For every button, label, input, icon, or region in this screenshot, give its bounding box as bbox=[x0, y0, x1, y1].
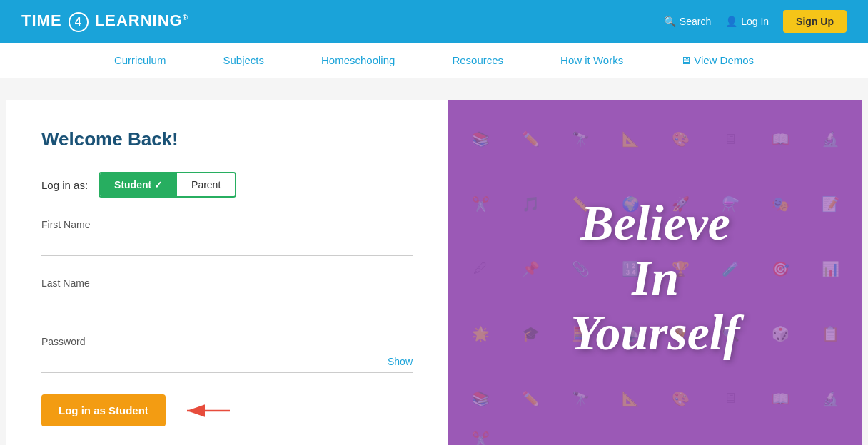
panel-icon-cell: ✂️ bbox=[455, 431, 505, 445]
panel-icon-cell: 🔬 bbox=[805, 107, 855, 172]
panel-icon-cell: 🎓 bbox=[505, 301, 555, 366]
login-as-row: Log in as: Student ✓ Parent bbox=[41, 172, 413, 198]
panel-icon-cell: 📋 bbox=[805, 301, 855, 366]
login-toggle: Student ✓ Parent bbox=[99, 172, 236, 198]
image-panel: 📚✏️🔭📐🎨🖥📖🔬✂️🎵📏🌍🚀⚗️🎭📝🖊📌📎🔢🏆🧪🎯📊🌟🎓🧮📡💡🔍🎲📋📚✏️🔭📐… bbox=[448, 100, 862, 445]
homeschooling-label: Homeschooling bbox=[321, 54, 395, 66]
sidebar-item-curriculum[interactable]: Curriculum bbox=[114, 54, 166, 66]
sidebar-item-subjects[interactable]: Subjects bbox=[223, 54, 264, 66]
password-row: Show bbox=[41, 352, 413, 373]
panel-icon-cell: 🎨 bbox=[655, 366, 705, 431]
search-label: Search bbox=[680, 16, 711, 27]
arrow-indicator bbox=[180, 400, 237, 421]
header-right: 🔍 Search 👤 Log In Sign Up bbox=[664, 10, 847, 33]
panel-icon-cell: 🎭 bbox=[755, 172, 805, 237]
resources-label: Resources bbox=[452, 54, 503, 66]
password-input[interactable] bbox=[41, 352, 413, 373]
sidebar-item-view-demos[interactable]: 🖥 View Demos bbox=[680, 54, 754, 66]
sidebar-item-how-it-works[interactable]: How it Works bbox=[560, 54, 623, 66]
how-it-works-label: How it Works bbox=[560, 54, 623, 66]
sidebar-item-resources[interactable]: Resources bbox=[452, 54, 503, 66]
student-toggle-button[interactable]: Student ✓ bbox=[100, 173, 177, 196]
subjects-label: Subjects bbox=[223, 54, 264, 66]
first-name-input[interactable] bbox=[41, 235, 413, 256]
login-as-label: Log in as: bbox=[41, 179, 88, 191]
panel-icon-cell: 📐 bbox=[605, 107, 655, 172]
panel-icon-cell: 🎯 bbox=[755, 237, 805, 302]
panel-icon-cell: 🎵 bbox=[505, 172, 555, 237]
curriculum-label: Curriculum bbox=[114, 54, 166, 66]
password-label: Password bbox=[41, 336, 413, 347]
search-button[interactable]: 🔍 Search bbox=[664, 16, 711, 27]
panel-icon-cell: ✏️ bbox=[505, 366, 555, 431]
panel-icon-cell: 🔭 bbox=[555, 107, 605, 172]
user-icon: 👤 bbox=[725, 16, 737, 27]
panel-icon-cell: 📖 bbox=[755, 107, 805, 172]
login-label: Log In bbox=[741, 16, 769, 27]
signup-button[interactable]: Sign Up bbox=[783, 10, 847, 33]
panel-icon-cell: 🖥 bbox=[705, 107, 755, 172]
nav: Curriculum Subjects Homeschooling Resour… bbox=[0, 43, 868, 78]
logo-text: TIME 4 LEARNING® bbox=[21, 11, 188, 32]
panel-icon-cell: ✏️ bbox=[505, 107, 555, 172]
believe-line1: Believe bbox=[570, 195, 740, 250]
panel-icon-cell: 📌 bbox=[505, 237, 555, 302]
panel-icon-cell: 📖 bbox=[755, 366, 805, 431]
logo: TIME 4 LEARNING® bbox=[21, 11, 188, 32]
panel-icon-cell: 📝 bbox=[805, 172, 855, 237]
login-student-button[interactable]: Log in as Student bbox=[41, 394, 166, 426]
login-button[interactable]: 👤 Log In bbox=[725, 16, 769, 27]
panel-icon-cell: 📚 bbox=[455, 107, 505, 172]
panel-icon-cell: 📐 bbox=[605, 366, 655, 431]
search-icon: 🔍 bbox=[664, 16, 676, 27]
panel-icon-cell: 🖊 bbox=[455, 237, 505, 302]
view-demos-label: View Demos bbox=[694, 54, 754, 66]
panel-icon-cell: 🎲 bbox=[755, 301, 805, 366]
panel-icon-cell: 📚 bbox=[455, 366, 505, 431]
show-password-link[interactable]: Show bbox=[388, 356, 413, 367]
believe-line2: In bbox=[570, 250, 740, 305]
believe-line3: Yourself bbox=[570, 305, 740, 360]
last-name-label: Last Name bbox=[41, 277, 413, 289]
believe-text: Believe In Yourself bbox=[570, 195, 740, 360]
main-content: Welcome Back! Log in as: Student ✓ Paren… bbox=[6, 100, 862, 445]
login-form: Welcome Back! Log in as: Student ✓ Paren… bbox=[6, 100, 448, 445]
logo-circle: 4 bbox=[69, 12, 89, 32]
panel-icon-cell: 🔬 bbox=[805, 366, 855, 431]
password-group: Password Show bbox=[41, 336, 413, 373]
panel-icon-cell: 🔭 bbox=[555, 366, 605, 431]
sidebar-item-homeschooling[interactable]: Homeschooling bbox=[321, 54, 395, 66]
first-name-group: First Name bbox=[41, 219, 413, 256]
panel-icon-cell: ✂️ bbox=[455, 172, 505, 237]
header: TIME 4 LEARNING® 🔍 Search 👤 Log In Sign … bbox=[0, 0, 868, 43]
panel-icon-cell: 🖥 bbox=[705, 366, 755, 431]
welcome-title: Welcome Back! bbox=[41, 128, 413, 150]
parent-toggle-button[interactable]: Parent bbox=[177, 173, 235, 196]
monitor-icon: 🖥 bbox=[680, 54, 691, 66]
panel-icon-cell: 📊 bbox=[805, 237, 855, 302]
panel-icon-cell: 🌟 bbox=[455, 301, 505, 366]
last-name-input[interactable] bbox=[41, 293, 413, 314]
last-name-group: Last Name bbox=[41, 277, 413, 314]
first-name-label: First Name bbox=[41, 219, 413, 230]
submit-row: Log in as Student bbox=[41, 394, 413, 426]
panel-icon-cell: 🎨 bbox=[655, 107, 705, 172]
